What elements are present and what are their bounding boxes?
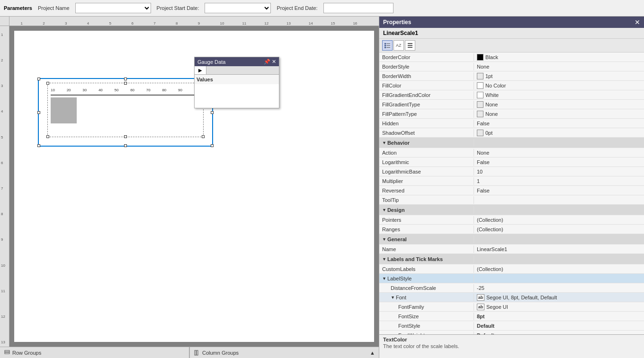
svg-rect-1: [5, 352, 9, 354]
prop-section-behavior[interactable]: ▼ Behavior: [379, 138, 644, 148]
project-end-input[interactable]: [323, 3, 394, 13]
prop-row-fillpattype[interactable]: FillPatternType None: [379, 109, 644, 119]
canvas-content: 10 20 30 40 50 60 70 80 90 100: [9, 26, 379, 347]
project-end-label: Project End Date:: [277, 5, 317, 11]
svg-rect-5: [386, 44, 390, 44]
prop-row-pointers[interactable]: Pointers (Collection): [379, 215, 644, 225]
inner-handle-bl[interactable]: [46, 135, 49, 138]
inner-handle-tl[interactable]: [46, 82, 49, 85]
fillcolor-swatch: [477, 82, 483, 89]
svg-rect-4: [385, 43, 386, 44]
project-start-input[interactable]: [205, 3, 271, 13]
inner-handle-br[interactable]: [202, 135, 205, 138]
col-groups-bar[interactable]: Column Groups ▲: [189, 347, 379, 358]
gauge-preview: [51, 97, 77, 123]
canvas-area: 1 2 3 4 5 6 7 8 9 10 11 12 13 14 15 16: [0, 17, 379, 358]
prop-row-borderwidth[interactable]: BorderWidth 1pt: [379, 71, 644, 81]
ruler-vertical: 1 2 3 4 5 6 7 8 9 10 11 12 13: [0, 26, 9, 347]
inner-handle-tm[interactable]: [124, 82, 127, 85]
gauge-inner: 10 20 30 40 50 60 70 80 90 100: [47, 83, 204, 137]
prop-row-customlabels[interactable]: CustomLabels (Collection): [379, 264, 644, 274]
prop-row-fillgradientend[interactable]: FillGradientEndColor White: [379, 90, 644, 100]
col-groups-label: Column Groups: [202, 350, 239, 356]
prop-row-hidden1[interactable]: Hidden False: [379, 119, 644, 128]
status-title: TextColor: [383, 337, 640, 342]
svg-rect-11: [408, 43, 412, 44]
prop-row-fontweight[interactable]: FontWeight Default: [379, 331, 644, 334]
handle-ml[interactable]: [37, 111, 40, 114]
parameters-bar: Parameters Project Name Project Start Da…: [0, 0, 644, 17]
gauge-data-title: Gauge Data 📌 ✕: [195, 57, 279, 66]
scale-bar: 10 20 30 40 50 60 70 80 90 100: [51, 86, 200, 94]
handle-mr[interactable]: [211, 111, 214, 114]
svg-rect-0: [5, 350, 9, 352]
svg-rect-13: [408, 47, 412, 48]
prop-tool-categorized[interactable]: [382, 40, 393, 51]
col-groups-icon: [194, 349, 200, 356]
prop-row-logarithmicbase[interactable]: LogarithmicBase 10: [379, 167, 644, 176]
properties-toolbar: AZ: [379, 39, 644, 52]
prop-row-fillcolor[interactable]: FillColor No Color: [379, 81, 644, 90]
project-name-input[interactable]: [75, 3, 151, 13]
prop-row-reversed[interactable]: Reversed False: [379, 186, 644, 195]
svg-rect-9: [386, 47, 390, 48]
properties-title-bar: Properties ✕: [379, 17, 644, 28]
properties-panel: Properties ✕ LinearScale1 AZ BorderColor…: [379, 17, 644, 358]
prop-row-bordercolor[interactable]: BorderColor Black: [379, 52, 644, 62]
handle-bm[interactable]: [124, 144, 127, 147]
prop-row-action[interactable]: Action None: [379, 148, 644, 157]
prop-row-fontstyle[interactable]: FontStyle Default: [379, 321, 644, 331]
gauge-widget[interactable]: 10 20 30 40 50 60 70 80 90 100: [38, 78, 213, 147]
col-groups-expand[interactable]: ▲: [370, 350, 375, 356]
prop-row-logarithmic[interactable]: Logarithmic False: [379, 157, 644, 167]
handle-br[interactable]: [211, 144, 214, 147]
prop-section-design[interactable]: ▼ Design: [379, 205, 644, 215]
handle-tl[interactable]: [37, 78, 40, 80]
gauge-tab-1[interactable]: ▶: [195, 66, 206, 74]
prop-tool-alphabetical[interactable]: AZ: [394, 40, 404, 51]
prop-row-font[interactable]: ▼ Font ab Segoe UI, 8pt, Default, Defaul…: [379, 293, 644, 302]
properties-close-btn[interactable]: ✕: [635, 18, 640, 26]
gauge-data-title-text: Gauge Data: [197, 59, 225, 65]
svg-rect-3: [197, 350, 198, 355]
prop-row-fontfamily[interactable]: FontFamily ab Segoe UI: [379, 302, 644, 312]
prop-section-general[interactable]: ▼ General: [379, 234, 644, 244]
font-icon: ab: [477, 294, 484, 301]
prop-row-ranges[interactable]: Ranges (Collection): [379, 225, 644, 234]
row-groups-bar[interactable]: Row Groups: [0, 347, 189, 358]
prop-row-borderstyle[interactable]: BorderStyle None: [379, 62, 644, 71]
fontfamily-icon: ab: [477, 304, 484, 310]
fillgradend-swatch: [477, 92, 483, 98]
handle-bl[interactable]: [37, 144, 40, 147]
prop-row-distancefromscale[interactable]: DistanceFromScale -25: [379, 283, 644, 293]
svg-rect-8: [385, 47, 386, 48]
prop-row-tooltip[interactable]: ToolTip: [379, 195, 644, 205]
prop-row-name[interactable]: Name LinearScale1: [379, 244, 644, 254]
svg-rect-12: [408, 45, 412, 46]
gauge-data-pin[interactable]: 📌: [264, 59, 270, 65]
scale-line: [51, 95, 200, 96]
prop-row-fontsize[interactable]: FontSize 8pt: [379, 312, 644, 321]
prop-row-shadowoffset[interactable]: ShadowOffset 0pt: [379, 128, 644, 138]
prop-section-labels[interactable]: ▼ Labels and Tick Marks: [379, 254, 644, 264]
borderwidth-swatch: [477, 73, 483, 79]
prop-tool-extra[interactable]: [405, 40, 415, 51]
gauge-data-close[interactable]: ✕: [272, 59, 276, 65]
svg-rect-2: [195, 350, 196, 355]
svg-rect-7: [386, 45, 390, 46]
page-area: 10 20 30 40 50 60 70 80 90 100: [14, 31, 374, 342]
svg-rect-6: [385, 45, 386, 46]
gauge-data-content: [195, 84, 279, 108]
inner-handle-bm[interactable]: [124, 135, 127, 138]
shadow-swatch: [477, 130, 483, 136]
prop-row-labelstyle[interactable]: ▼ LabelStyle: [379, 274, 644, 283]
bottom-bars: Row Groups Column Groups ▲: [0, 347, 379, 358]
properties-title: Properties: [383, 19, 411, 26]
row-groups-label: Row Groups: [12, 350, 41, 356]
properties-list: BorderColor Black BorderStyle None Borde…: [379, 52, 644, 334]
prop-row-multiplier[interactable]: Multiplier 1: [379, 176, 644, 186]
handle-tm[interactable]: [124, 78, 127, 80]
prop-row-fillgradtype[interactable]: FillGradientType None: [379, 100, 644, 109]
fillgradtype-swatch: [477, 101, 483, 108]
row-groups-icon: [4, 349, 10, 356]
